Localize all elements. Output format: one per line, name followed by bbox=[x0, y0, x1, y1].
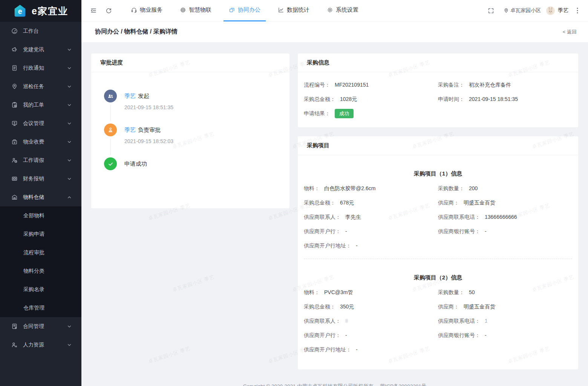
chip-icon bbox=[180, 7, 186, 13]
approver-name-link[interactable]: 季艺 bbox=[124, 127, 136, 133]
sidebar-menu: 工作台 党建党讯 行政通知 巡检任务 bbox=[0, 22, 81, 386]
kebab-icon bbox=[577, 8, 578, 14]
chevron-down-icon bbox=[67, 103, 72, 107]
person-card-icon bbox=[11, 342, 18, 348]
stamp-icon bbox=[104, 124, 117, 136]
submenu-item-purchase-list[interactable]: 采购名录 bbox=[0, 280, 81, 299]
submenu-item-purchase-request[interactable]: 采购申请 bbox=[0, 225, 81, 243]
community-name: 卓瓦家园小区 bbox=[510, 7, 541, 14]
user-name: 季艺 bbox=[558, 7, 568, 14]
chart-line-icon bbox=[278, 7, 284, 13]
cashbox-icon bbox=[11, 139, 18, 145]
step-action: 发起 bbox=[138, 93, 149, 99]
card-title: 审批进度 bbox=[91, 53, 289, 72]
banknote-icon bbox=[11, 175, 18, 182]
tab-property-service[interactable]: 物业服务 bbox=[126, 0, 168, 21]
tab-data-statistics[interactable]: 数据统计 bbox=[273, 0, 315, 21]
map-pin-icon bbox=[11, 83, 18, 90]
step-action: 负责审批 bbox=[138, 127, 161, 133]
chevron-up-icon bbox=[67, 195, 72, 200]
breadcrumb: 协同办公 / 物料仓储 / 采购详情 bbox=[95, 28, 178, 36]
content-area: 审批进度 季艺发起 2021 bbox=[81, 42, 588, 386]
more-menu-button[interactable] bbox=[574, 8, 581, 14]
app-window: e e家宜业 工作台 党建党讯 行政 bbox=[0, 0, 588, 386]
brand-name: e家宜业 bbox=[32, 5, 68, 17]
top-nav-bar: 物业服务 智慧物联 协同办公 bbox=[81, 0, 588, 21]
sidebar-item-warehouse[interactable]: 物料仓储 bbox=[0, 188, 81, 206]
total-amount: 1028元 bbox=[340, 92, 357, 106]
main-area: 物业服务 智慧物联 协同办公 bbox=[81, 0, 588, 386]
sidebar-item-hr[interactable]: 人力资源 bbox=[0, 336, 81, 354]
tab-smart-iot[interactable]: 智慧物联 bbox=[175, 0, 217, 21]
sidebar-item-contract[interactable]: 合同管理 bbox=[0, 317, 81, 336]
chevron-down-icon bbox=[67, 47, 72, 52]
redacted-text-smudge bbox=[345, 319, 348, 323]
sidebar-item-leave[interactable]: 工作请假 bbox=[0, 151, 81, 169]
sidebar-item-finance[interactable]: 财务报销 bbox=[0, 169, 81, 188]
item-heading: 采购项目（2）信息 bbox=[304, 274, 572, 281]
megaphone-icon bbox=[11, 46, 18, 53]
collab-windows-icon bbox=[229, 7, 235, 13]
submenu-item-all-materials[interactable]: 全部物料 bbox=[0, 206, 81, 225]
purchase-info-card: 采购信息 流程编号：MF202109151 采购备注：初次补充仓库备件 采购总金… bbox=[298, 53, 578, 127]
users-icon bbox=[104, 90, 117, 102]
timeline-step-success: 申请成功 bbox=[104, 157, 277, 168]
purchase-remark: 初次补充仓库备件 bbox=[469, 78, 511, 92]
svg-text:e: e bbox=[18, 7, 22, 15]
module-tabs: 物业服务 智慧物联 协同办公 bbox=[122, 0, 367, 21]
tab-system-settings[interactable]: 系统设置 bbox=[322, 0, 364, 21]
chevron-down-icon bbox=[67, 84, 72, 89]
sidebar-item-workorder[interactable]: 我的工单 bbox=[0, 96, 81, 114]
clipboard-clock-icon bbox=[11, 102, 18, 108]
warehouse-icon bbox=[11, 194, 18, 200]
step-action: 申请成功 bbox=[124, 160, 147, 167]
community-selector[interactable]: 卓瓦家园小区 bbox=[504, 7, 541, 14]
submenu-item-process-approval[interactable]: 流程审批 bbox=[0, 243, 81, 262]
chevron-down-icon bbox=[67, 66, 72, 70]
warehouse-submenu: 全部物料 采购申请 流程审批 物料分类 采购名录 仓库管理 bbox=[0, 206, 81, 317]
sidebar-item-workbench[interactable]: 工作台 bbox=[0, 22, 81, 40]
avatar bbox=[546, 6, 555, 15]
sidebar: e e家宜业 工作台 党建党讯 行政 bbox=[0, 0, 81, 386]
sidebar-item-notice[interactable]: 行政通知 bbox=[0, 59, 81, 77]
chevron-down-icon bbox=[67, 158, 72, 163]
chevron-down-icon bbox=[67, 343, 72, 347]
user-menu[interactable]: 季艺 bbox=[546, 6, 568, 15]
fullscreen-icon bbox=[488, 8, 494, 14]
timeline-step-initiate: 季艺发起 2021-09-15 18:51:35 bbox=[104, 90, 277, 124]
status-badge: 成功 bbox=[335, 109, 354, 118]
chevron-down-icon bbox=[67, 177, 72, 181]
refresh-button[interactable] bbox=[101, 3, 116, 18]
chevron-down-icon bbox=[67, 324, 72, 329]
fullscreen-button[interactable] bbox=[483, 3, 498, 18]
sidebar-item-meeting[interactable]: 会议管理 bbox=[0, 114, 81, 133]
monitor-icon bbox=[11, 120, 18, 127]
sidebar-item-inspection[interactable]: 巡检任务 bbox=[0, 77, 81, 96]
purchase-item-1: 采购项目（1）信息 物料：白色防水胶带@2.6cm 采购数量：200 采购总金额… bbox=[304, 170, 572, 253]
item-divider bbox=[304, 259, 572, 259]
redacted-blur-box bbox=[488, 318, 515, 324]
check-icon bbox=[104, 157, 117, 170]
approver-name-link[interactable]: 季艺 bbox=[124, 93, 136, 99]
brand-logo: e e家宜业 bbox=[0, 0, 81, 22]
chevron-down-icon bbox=[67, 121, 72, 126]
sidebar-item-fees[interactable]: 物业收费 bbox=[0, 133, 81, 151]
timeline-step-approve: 季艺负责审批 2021-09-15 18:52:03 bbox=[104, 124, 277, 157]
person-clock-icon bbox=[11, 157, 18, 163]
approval-progress-card: 审批进度 季艺发起 2021 bbox=[91, 53, 289, 208]
dashboard-icon bbox=[11, 28, 18, 34]
location-pin-icon bbox=[504, 8, 509, 13]
collapse-menu-icon bbox=[90, 7, 97, 14]
submenu-item-material-category[interactable]: 物料分类 bbox=[0, 262, 81, 280]
collapse-sidebar-button[interactable] bbox=[86, 3, 101, 18]
sidebar-item-party[interactable]: 党建党讯 bbox=[0, 40, 81, 59]
document-icon bbox=[11, 65, 18, 71]
purchase-item-2: 采购项目（2）信息 物料：PVC@3m管 采购数量：50 采购总金额：350元 … bbox=[304, 274, 572, 357]
process-number: MF202109151 bbox=[335, 78, 369, 92]
card-title: 采购信息 bbox=[298, 53, 578, 72]
back-button[interactable]: < 返回 bbox=[563, 29, 577, 35]
submenu-item-warehouse-mgmt[interactable]: 仓库管理 bbox=[0, 299, 81, 317]
copyright-footer: Copyright © 2020-2021 内蒙古卓瓦科技有限公司版权所有 蒙I… bbox=[91, 383, 578, 386]
tab-collaborative-office[interactable]: 协同办公 bbox=[224, 0, 266, 21]
breadcrumb-bar: 协同办公 / 物料仓储 / 采购详情 < 返回 bbox=[81, 21, 588, 42]
